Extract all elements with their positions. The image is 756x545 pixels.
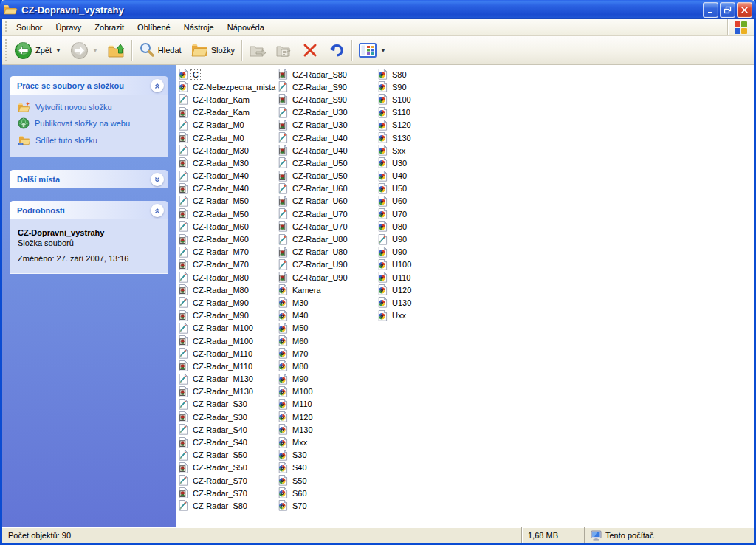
views-button[interactable]: ▼ — [354, 38, 391, 62]
file-item[interactable]: CZ-Radar_S80 — [177, 499, 277, 512]
file-item[interactable]: CZ-Radar_S30 — [177, 398, 277, 411]
file-item[interactable]: S100 — [377, 93, 476, 106]
file-item[interactable]: CZ-Radar_M80 — [177, 271, 277, 284]
minimize-button[interactable] — [703, 2, 718, 18]
file-item[interactable]: M100 — [277, 385, 377, 398]
file-item[interactable]: CZ-Radar_U70 — [277, 208, 377, 220]
task-publish-web[interactable]: Publikovat složky na webu — [18, 117, 162, 129]
task-share-folder[interactable]: Sdílet tuto složku — [18, 134, 162, 145]
file-item[interactable]: U90 — [377, 233, 476, 245]
file-item[interactable]: M70 — [277, 347, 377, 360]
file-item[interactable]: CZ-Radar_M110 — [177, 360, 277, 372]
search-button[interactable]: Hledat — [134, 38, 186, 62]
file-item[interactable]: CZ-Radar_Kam — [177, 93, 277, 106]
file-item[interactable]: S110 — [377, 106, 476, 119]
file-item[interactable]: CZ-Radar_S90 — [277, 93, 377, 106]
file-item[interactable]: CZ-Radar_M30 — [177, 157, 277, 169]
file-item[interactable]: U100 — [377, 258, 476, 271]
collapse-button[interactable] — [151, 204, 164, 217]
file-item[interactable]: CZ-Radar_S80 — [277, 68, 377, 80]
file-tasks-header[interactable]: Práce se soubory a složkou — [10, 76, 168, 95]
file-item[interactable]: CZ-Radar_M90 — [177, 309, 277, 322]
file-item[interactable]: U30 — [377, 157, 476, 169]
other-places-header[interactable]: Další místa — [10, 170, 168, 188]
file-item[interactable]: CZ-Radar_M30 — [177, 144, 277, 157]
menu-zobrazit[interactable]: Zobrazit — [88, 19, 131, 35]
file-item[interactable]: S120 — [377, 119, 476, 131]
file-item[interactable]: CZ-Radar_M100 — [177, 335, 277, 347]
file-item[interactable]: U90 — [377, 246, 476, 258]
file-item[interactable]: CZ-Radar_Kam — [177, 106, 277, 119]
file-item[interactable]: S30 — [277, 449, 377, 462]
file-item[interactable]: CZ-Radar_M70 — [177, 258, 277, 271]
task-create-folder[interactable]: Vytvořit novou složku — [18, 101, 162, 112]
file-item[interactable]: CZ-Radar_M130 — [177, 373, 277, 385]
file-item[interactable]: CZ-Radar_U80 — [277, 233, 377, 245]
file-item[interactable]: M30 — [277, 296, 377, 309]
menu-oblibene[interactable]: Oblíbené — [131, 19, 177, 35]
file-item[interactable]: CZ-Radar_U30 — [277, 119, 377, 131]
file-item[interactable]: CZ-Radar_U70 — [277, 220, 377, 233]
file-item[interactable]: CZ-Radar_M70 — [177, 246, 277, 258]
undo-button[interactable] — [323, 38, 349, 62]
file-item[interactable]: CZ-Radar_M130 — [177, 385, 277, 398]
file-item[interactable]: M50 — [277, 322, 377, 335]
file-item[interactable]: CZ-Radar_M60 — [177, 233, 277, 245]
file-item[interactable]: CZ-Radar_M50 — [177, 195, 277, 208]
file-item[interactable]: CZ-Radar_M80 — [177, 284, 277, 296]
menu-napoveda[interactable]: Nápověda — [221, 19, 271, 35]
file-item[interactable]: M110 — [277, 398, 377, 411]
file-item[interactable]: S80 — [377, 68, 476, 80]
toolbar-grip[interactable] — [4, 39, 9, 61]
restore-button[interactable] — [720, 2, 735, 18]
file-item[interactable]: CZ-Radar_M40 — [177, 182, 277, 195]
file-item[interactable]: CZ-Radar_M110 — [177, 347, 277, 360]
file-item[interactable]: CZ-Radar_U60 — [277, 195, 377, 208]
file-item[interactable]: CZ-Radar_S40 — [177, 423, 277, 436]
file-item[interactable]: U50 — [377, 182, 476, 195]
file-item[interactable]: CZ-Radar_S30 — [177, 411, 277, 423]
file-item[interactable]: CZ-Radar_S90 — [277, 80, 377, 93]
file-item[interactable]: U80 — [377, 220, 476, 233]
close-button[interactable] — [737, 2, 752, 18]
file-item[interactable]: U40 — [377, 170, 476, 182]
file-item[interactable]: C — [177, 68, 277, 80]
file-item[interactable]: CZ-Nebezpecna_mista — [177, 80, 277, 93]
expand-button[interactable] — [151, 173, 164, 186]
file-item[interactable]: M120 — [277, 411, 377, 423]
file-item[interactable]: M130 — [277, 423, 377, 436]
file-item[interactable]: U130 — [377, 296, 476, 309]
file-item[interactable]: M60 — [277, 335, 377, 347]
file-item[interactable]: CZ-Radar_S40 — [177, 436, 277, 448]
file-item[interactable]: CZ-Radar_M60 — [177, 220, 277, 233]
back-button[interactable]: Zpět ▼ — [10, 38, 66, 62]
file-item[interactable]: CZ-Radar_S50 — [177, 449, 277, 462]
file-item[interactable]: S60 — [277, 487, 377, 499]
file-item[interactable]: M40 — [277, 309, 377, 322]
delete-button[interactable] — [298, 38, 323, 62]
folders-button[interactable]: Složky — [186, 38, 239, 62]
file-item[interactable]: CZ-Radar_M50 — [177, 208, 277, 220]
file-item[interactable]: CZ-Radar_U80 — [277, 246, 377, 258]
menu-nastroje[interactable]: Nástroje — [177, 19, 221, 35]
file-item[interactable]: CZ-Radar_M100 — [177, 322, 277, 335]
file-item[interactable]: M80 — [277, 360, 377, 372]
file-item[interactable]: Kamera — [277, 284, 377, 296]
file-item[interactable]: CZ-Radar_U40 — [277, 131, 377, 144]
file-item[interactable]: CZ-Radar_M0 — [177, 119, 277, 131]
forward-button[interactable]: ▼ — [66, 38, 103, 62]
file-item[interactable]: S40 — [277, 462, 377, 474]
file-item[interactable]: CZ-Radar_U50 — [277, 157, 377, 169]
menubar-grip[interactable] — [4, 21, 9, 33]
file-item[interactable]: Sxx — [377, 144, 476, 157]
file-item[interactable]: M90 — [277, 373, 377, 385]
file-item[interactable]: CZ-Radar_M40 — [177, 170, 277, 182]
details-header[interactable]: Podrobnosti — [10, 201, 168, 219]
file-item[interactable]: CZ-Radar_M0 — [177, 131, 277, 144]
file-item[interactable]: S50 — [277, 474, 377, 487]
file-item[interactable]: S130 — [377, 131, 476, 144]
file-list-view[interactable]: C CZ-Nebezpecna_mista CZ-Radar_Kam CZ-Ra… — [176, 65, 754, 527]
file-item[interactable]: Mxx — [277, 436, 377, 448]
file-item[interactable]: Uxx — [377, 309, 476, 322]
file-item[interactable]: S90 — [377, 80, 476, 93]
